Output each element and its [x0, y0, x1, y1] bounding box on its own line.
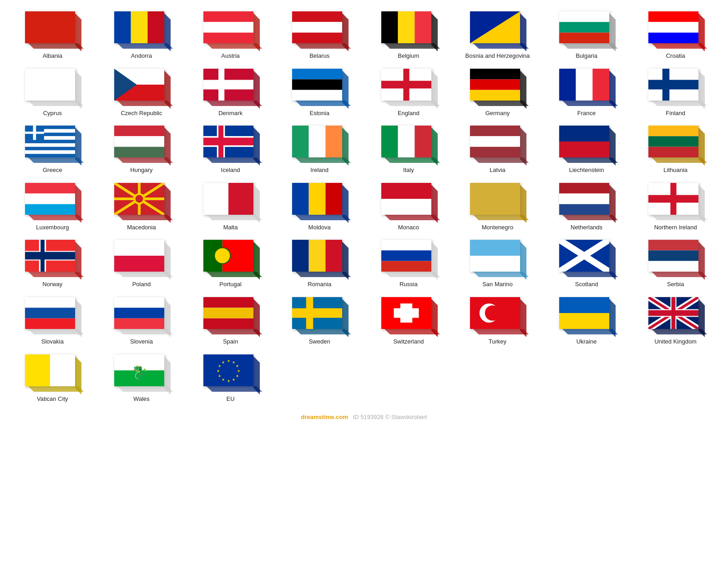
svg-rect-68	[415, 126, 431, 157]
svg-rect-8	[292, 22, 342, 32]
svg-text:★: ★	[222, 360, 225, 364]
svg-rect-136	[292, 308, 342, 318]
svg-rect-35	[470, 79, 520, 90]
flag-bottom-side	[295, 329, 351, 334]
flag-face	[381, 11, 431, 43]
svg-rect-132	[203, 308, 253, 318]
svg-rect-125	[25, 297, 75, 308]
svg-rect-87	[203, 183, 228, 215]
svg-rect-124	[648, 261, 698, 272]
flag-3d	[470, 11, 525, 48]
flag-face	[25, 183, 75, 215]
svg-rect-129	[114, 308, 164, 318]
svg-rect-128	[114, 297, 164, 308]
flag-item: Slovenia	[98, 295, 185, 348]
flag-face	[203, 69, 253, 101]
flag-name: Croatia	[666, 52, 685, 60]
flag-3d	[25, 183, 80, 219]
flag-item: Greece	[9, 123, 96, 176]
svg-rect-72	[559, 126, 609, 142]
svg-rect-4	[203, 11, 253, 22]
svg-rect-65	[326, 126, 343, 157]
flag-item: Germany	[454, 66, 541, 119]
svg-point-142	[485, 305, 500, 321]
flag-3d	[470, 126, 525, 162]
flag-bottom-side	[28, 43, 84, 49]
flag-item: Lithuania	[632, 123, 719, 176]
flag-bottom-side	[384, 157, 440, 163]
flag-face	[559, 126, 609, 157]
svg-rect-19	[648, 22, 698, 32]
flag-bottom-side	[28, 215, 84, 220]
svg-rect-9	[292, 33, 342, 43]
flag-3d	[381, 126, 436, 162]
flag-3d	[25, 11, 80, 48]
flag-face	[203, 183, 253, 215]
flag-name: Russia	[399, 281, 418, 288]
svg-rect-57	[114, 147, 164, 157]
flag-3d	[559, 183, 614, 219]
flag-item: Czech Republic	[98, 66, 185, 119]
svg-rect-96	[559, 193, 609, 204]
svg-rect-139	[394, 308, 419, 318]
flag-3d	[381, 240, 436, 276]
flag-item: Bosnia and Herzegovina	[454, 9, 541, 62]
flag-bottom-side	[562, 272, 618, 277]
flag-name: Scotland	[575, 281, 598, 288]
svg-rect-27	[203, 80, 253, 89]
flag-face	[292, 183, 342, 215]
svg-rect-15	[559, 11, 609, 22]
flag-3d	[559, 11, 614, 48]
flag-bottom-side	[28, 386, 84, 392]
svg-rect-69	[470, 126, 520, 136]
flag-name: Moldova	[308, 224, 331, 231]
flag-face	[114, 297, 164, 329]
flag-3d	[381, 297, 436, 334]
svg-rect-118	[470, 256, 520, 272]
svg-rect-133	[203, 318, 253, 329]
flag-3d	[114, 126, 169, 162]
flag-item: Croatia	[632, 9, 719, 62]
svg-rect-88	[228, 183, 253, 215]
flag-3d	[292, 11, 347, 48]
svg-rect-74	[648, 126, 698, 136]
flag-3d	[381, 183, 436, 219]
svg-rect-42	[648, 80, 698, 89]
flag-face	[25, 11, 75, 43]
flag-face	[559, 11, 609, 43]
flag-face	[470, 240, 520, 272]
flag-item: Malta	[187, 181, 274, 233]
flag-face	[203, 126, 253, 157]
svg-text:★: ★	[235, 364, 238, 368]
svg-point-86	[136, 195, 143, 202]
svg-rect-114	[381, 240, 431, 250]
flag-face	[648, 126, 698, 157]
svg-rect-122	[648, 240, 698, 250]
flag-name: Romania	[308, 281, 331, 288]
flag-bottom-side	[384, 215, 440, 220]
flag-face	[25, 297, 75, 329]
svg-rect-54	[25, 131, 44, 134]
flag-name: Bulgaria	[576, 52, 597, 60]
flag-3d	[648, 183, 703, 219]
svg-rect-131	[203, 297, 253, 308]
flag-face	[114, 126, 164, 157]
flag-3d	[648, 126, 703, 162]
flag-face	[381, 69, 431, 101]
flag-3d: ★★★★★★★★★★★★	[203, 354, 258, 391]
flag-3d	[114, 240, 169, 276]
svg-rect-1	[114, 11, 131, 43]
flag-3d	[648, 297, 703, 334]
flag-name: Luxembourg	[36, 224, 69, 231]
flag-bottom-side	[117, 101, 173, 106]
svg-rect-106	[114, 240, 164, 256]
flag-3d	[203, 183, 258, 219]
flag-item: Scotland	[543, 238, 630, 290]
svg-rect-75	[648, 136, 698, 147]
flag-bottom-side	[384, 43, 440, 49]
svg-rect-111	[292, 240, 309, 272]
flag-face	[292, 240, 342, 272]
flag-face	[559, 240, 609, 272]
flag-bottom-side	[384, 329, 440, 334]
svg-rect-50	[25, 151, 75, 154]
